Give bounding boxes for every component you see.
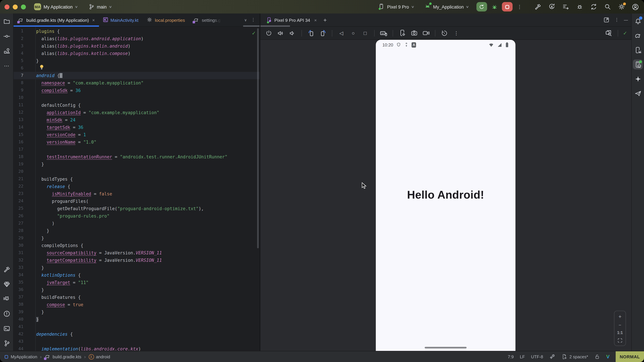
apply-changes-restart-button[interactable] bbox=[547, 2, 556, 11]
breadcrumb-element[interactable]: λ android bbox=[88, 354, 110, 359]
module-icon bbox=[4, 355, 8, 359]
breadcrumb-file[interactable]: build.gradle.kts bbox=[44, 354, 81, 360]
tab-build-gradle[interactable]: build.gradle.kts (My Application) × bbox=[14, 13, 99, 26]
code-editor[interactable]: 1plugins {2 alias(libs.plugins.android.a… bbox=[14, 27, 260, 351]
run-configuration-selector[interactable]: My_Application ∨ bbox=[422, 2, 471, 11]
caret-position-widget[interactable]: 7:9 bbox=[508, 355, 514, 359]
close-icon[interactable]: × bbox=[92, 17, 95, 22]
rotate-left-button[interactable] bbox=[307, 29, 315, 37]
ui-check-button[interactable] bbox=[604, 29, 613, 37]
close-icon[interactable]: × bbox=[314, 17, 317, 22]
overview-button[interactable]: □ bbox=[361, 29, 369, 37]
sync-project-button[interactable] bbox=[589, 2, 598, 11]
screenshot-button[interactable] bbox=[410, 29, 418, 37]
zoom-out-button[interactable]: − bbox=[619, 323, 621, 328]
hide-panel-button[interactable]: — bbox=[624, 17, 628, 22]
minimize-window-button[interactable] bbox=[13, 4, 18, 9]
device-selector[interactable]: Pixel 9 Pro ∨ bbox=[376, 2, 416, 11]
notifications-button[interactable] bbox=[633, 16, 643, 26]
hardware-input-button[interactable] bbox=[380, 29, 388, 37]
run-more-actions-button[interactable]: ⋮ bbox=[515, 3, 524, 11]
vim-mode-badge[interactable]: NORMAL bbox=[616, 351, 644, 362]
editor-options-button[interactable]: ⋮ bbox=[251, 17, 256, 23]
emulator-screen[interactable]: 10:20 A Hello Android! bbox=[376, 40, 516, 351]
app-quality-insights-tool-button[interactable] bbox=[2, 279, 12, 289]
show-hidden-tabs-button[interactable]: ∨ bbox=[244, 18, 247, 22]
volume-up-button[interactable] bbox=[276, 29, 284, 37]
settings-button[interactable] bbox=[617, 2, 626, 11]
battery-icon bbox=[505, 42, 509, 48]
search-icon bbox=[604, 3, 611, 10]
open-in-window-icon[interactable] bbox=[604, 17, 610, 23]
device-tab-scrollbar[interactable] bbox=[260, 25, 290, 27]
tab-local-properties[interactable]: local.properties bbox=[142, 13, 189, 26]
version-control-tool-button[interactable] bbox=[2, 338, 12, 348]
add-device-tab-button[interactable]: + bbox=[323, 16, 327, 23]
line-number: 29 bbox=[14, 234, 24, 242]
debug-button[interactable] bbox=[490, 2, 499, 11]
rerun-button[interactable] bbox=[476, 2, 487, 11]
build-button[interactable] bbox=[533, 2, 542, 11]
project-tool-button[interactable] bbox=[2, 16, 12, 26]
volume-down-button[interactable] bbox=[288, 29, 296, 37]
search-everywhere-button[interactable] bbox=[603, 2, 612, 11]
zoom-fit-icon[interactable] bbox=[617, 338, 623, 343]
gemini-tool-button[interactable] bbox=[633, 74, 643, 84]
device-settings-button[interactable] bbox=[398, 29, 406, 37]
close-window-button[interactable] bbox=[4, 4, 10, 9]
zoom-in-button[interactable]: + bbox=[618, 314, 622, 320]
tab-strip-scrollbar[interactable] bbox=[243, 25, 260, 27]
build-tool-button[interactable] bbox=[2, 264, 12, 274]
assistant-tool-button[interactable] bbox=[633, 88, 643, 98]
indent-widget[interactable]: 2 spaces* bbox=[562, 354, 588, 360]
reset-button[interactable] bbox=[440, 29, 448, 37]
encoding-widget[interactable]: UTF-8 bbox=[531, 355, 543, 359]
editor-scrollbar[interactable] bbox=[257, 28, 259, 248]
stop-button[interactable] bbox=[502, 2, 513, 11]
back-button[interactable]: ◁ bbox=[337, 29, 346, 37]
rotate-right-button[interactable] bbox=[319, 29, 327, 37]
profile-button[interactable] bbox=[631, 2, 640, 11]
code-line: 18 testInstrumentationRunner = "androidx… bbox=[14, 153, 260, 160]
tab-mainactivity[interactable]: MainActivity.kt bbox=[99, 13, 142, 26]
line-number: 11 bbox=[14, 101, 24, 109]
code-line: 6 bbox=[14, 64, 260, 72]
maximize-window-button[interactable] bbox=[21, 4, 26, 9]
logcat-tool-button[interactable] bbox=[2, 294, 12, 304]
ai-sparkle-off-icon bbox=[549, 354, 556, 360]
zoom-actual-size-button[interactable]: 1:1 bbox=[617, 330, 623, 335]
terminal-tool-button[interactable] bbox=[2, 324, 12, 333]
tab-settings-gradle[interactable]: settings.g bbox=[189, 13, 225, 26]
power-button[interactable] bbox=[264, 29, 273, 37]
commit-tool-button[interactable] bbox=[2, 31, 12, 41]
ideavim-icon[interactable]: V bbox=[606, 354, 610, 360]
running-devices-tool-button[interactable] bbox=[633, 59, 643, 69]
panel-options-button[interactable]: ⋮ bbox=[614, 17, 619, 23]
more-tool-windows-button[interactable]: ⋯ bbox=[2, 61, 12, 70]
screen-record-button[interactable] bbox=[422, 29, 430, 37]
settings-notification-dot bbox=[623, 2, 626, 5]
device-tab-bar: Pixel 9 Pro API 34 × + ⋮ — bbox=[260, 13, 631, 27]
breadcrumb-module[interactable]: MyApplication bbox=[4, 355, 37, 359]
tab-label: settings.g bbox=[202, 17, 221, 22]
attach-debugger-button[interactable] bbox=[575, 2, 584, 11]
intention-bulb-icon[interactable] bbox=[40, 64, 44, 72]
vcs-branch-widget[interactable]: main ∨ bbox=[86, 2, 114, 11]
resource-manager-tool-button[interactable] bbox=[2, 46, 12, 56]
device-more-actions-button[interactable]: ⋮ bbox=[452, 29, 460, 37]
hello-android-text: Hello Android! bbox=[376, 189, 516, 202]
lock-widget[interactable] bbox=[594, 354, 600, 360]
ai-assistant-status-widget[interactable] bbox=[549, 354, 556, 360]
gradle-tool-button[interactable] bbox=[633, 31, 643, 41]
line-ending-widget[interactable]: LF bbox=[520, 355, 525, 359]
device-manager-tool-button[interactable] bbox=[633, 45, 643, 55]
gesture-navigation-handle[interactable] bbox=[425, 347, 466, 349]
apply-code-changes-button[interactable] bbox=[561, 2, 570, 11]
line-number: 32 bbox=[14, 257, 24, 264]
code-line: 35 jvmTarget = "11" bbox=[14, 279, 260, 286]
problems-tool-button[interactable] bbox=[2, 309, 12, 319]
home-button[interactable]: ○ bbox=[349, 29, 358, 37]
inspections-ok-icon[interactable]: ✓ bbox=[252, 30, 256, 36]
project-widget[interactable]: MA My Application ∨ bbox=[32, 2, 80, 11]
device-tab[interactable]: Pixel 9 Pro API 34 × bbox=[264, 16, 319, 23]
